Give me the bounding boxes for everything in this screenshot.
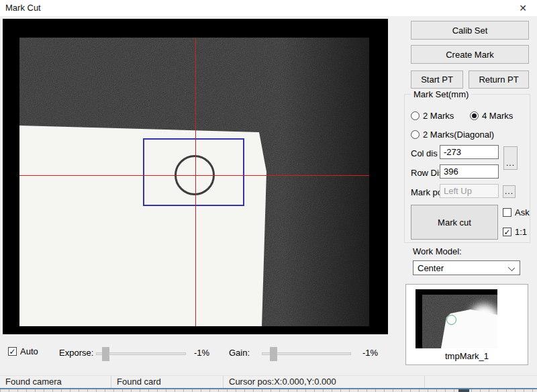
return-pt-button[interactable]: Return PT [469, 70, 529, 89]
radio-icon [411, 111, 420, 120]
window-title: Mark Cut [5, 3, 41, 13]
row-dis-label: Row Dis [411, 168, 443, 178]
work-model-label: Work Model: [413, 246, 462, 256]
chevron-down-icon [508, 264, 515, 271]
background-ruler-ticks [0, 389, 537, 392]
checkbox-label: Auto [20, 346, 38, 356]
auto-checkbox[interactable]: ✓ Auto [8, 346, 38, 356]
checkbox-icon [503, 208, 511, 217]
ratio-1-1-checkbox[interactable]: ✓ 1:1 [503, 227, 527, 237]
background-ruler-marker [458, 389, 469, 392]
preview-caption: tmpMark_1 [406, 351, 528, 361]
col-dis-label: Col dis [411, 148, 438, 158]
thumbnail-mark-circle-icon [446, 315, 456, 325]
checkbox-icon: ✓ [503, 228, 511, 236]
col-dis-input[interactable] [440, 145, 499, 159]
gain-label: Gain: [229, 348, 250, 358]
mark-cut-button[interactable]: Mark cut [411, 205, 498, 240]
col-row-browse-button[interactable]: ... [503, 146, 518, 170]
gain-slider-thumb[interactable] [270, 347, 277, 361]
radio-label: 2 Marks(Diagonal) [423, 130, 494, 140]
ask-checkbox[interactable]: Ask [503, 207, 530, 217]
background-window-edge [0, 388, 537, 392]
work-model-select[interactable]: Center [413, 260, 520, 275]
gain-value: -1% [362, 348, 378, 358]
radio-icon [470, 111, 479, 120]
mark-preview-panel[interactable]: tmpMark_1 [405, 284, 528, 365]
radio-icon [411, 130, 420, 139]
create-mark-button[interactable]: Create Mark [411, 45, 529, 64]
checkbox-label: Ask [515, 207, 530, 217]
exposure-value: -1% [194, 348, 209, 358]
calib-set-button[interactable]: Calib Set [411, 21, 529, 40]
exposure-label: Exporse: [59, 348, 93, 358]
radio-4-marks[interactable]: 4 Marks [470, 111, 513, 121]
work-model-selected-value: Center [418, 263, 444, 273]
start-pt-button[interactable]: Start PT [411, 70, 463, 89]
title-bar: Mark Cut ✕ [0, 0, 537, 16]
checkbox-label: 1:1 [515, 227, 527, 237]
crosshair-horizontal [19, 175, 369, 176]
mark-preview-thumbnail [416, 289, 497, 348]
camera-image [19, 38, 369, 326]
mark-set-group-title: Mark Set(mm) [411, 89, 471, 99]
status-camera: Found camera [0, 376, 111, 389]
status-card: Found card [111, 376, 224, 389]
status-cursor-pos: Cursor pos:X:0.000,Y:0.000 [224, 376, 425, 389]
mark-pos-browse-button[interactable]: ... [503, 185, 516, 198]
close-icon[interactable]: ✕ [516, 1, 530, 15]
checkbox-icon: ✓ [8, 347, 17, 356]
status-empty [425, 376, 537, 389]
camera-viewport[interactable] [3, 19, 388, 334]
status-bar: Found camera Found card Cursor pos:X:0.0… [0, 375, 537, 388]
exposure-slider-thumb[interactable] [102, 347, 109, 361]
radio-label: 2 Marks [423, 111, 454, 121]
crosshair-vertical [195, 38, 196, 326]
row-dis-input[interactable] [440, 164, 499, 179]
radio-label: 4 Marks [482, 111, 513, 121]
radio-2-marks-diagonal[interactable]: 2 Marks(Diagonal) [411, 130, 494, 140]
exposure-slider-track[interactable] [96, 352, 186, 355]
radio-2-marks[interactable]: 2 Marks [411, 111, 454, 121]
mark-pos-input [440, 184, 499, 198]
